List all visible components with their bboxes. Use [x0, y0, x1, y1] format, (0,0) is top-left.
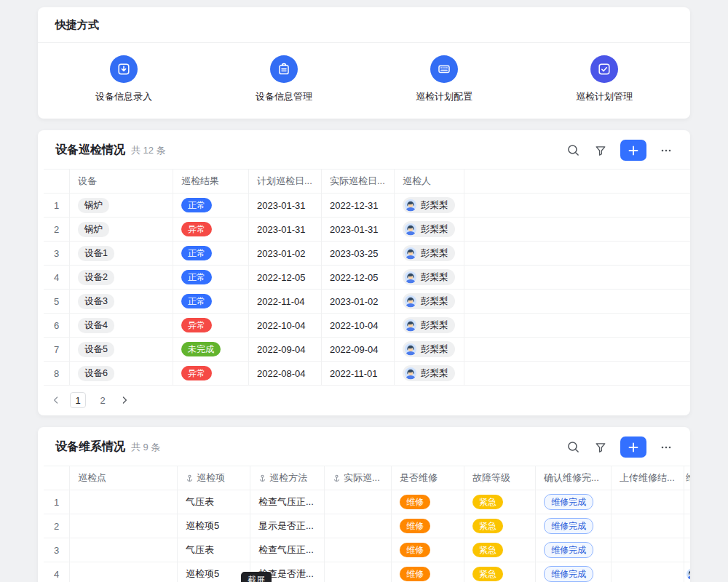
device-cell[interactable]: 锅炉 [70, 194, 173, 217]
result-cell[interactable]: 异常 [173, 314, 249, 337]
device-tag: 设备3 [78, 294, 114, 309]
confirm-cell[interactable]: 维修完成 [536, 538, 612, 562]
result-badge: 异常 [181, 318, 212, 332]
inspection-filter-icon[interactable] [591, 141, 610, 160]
result-cell[interactable]: 异常 [173, 362, 249, 385]
actual-cell[interactable] [325, 562, 392, 582]
result-cell[interactable]: 正常 [173, 242, 249, 265]
fault-level-cell[interactable]: 紧急 [464, 514, 536, 538]
maintainer-cell[interactable] [684, 538, 690, 562]
actual-date-cell[interactable]: 2022-10-04 [322, 314, 395, 337]
planned-date-cell[interactable]: 2022-11-04 [249, 290, 322, 313]
actual-cell[interactable] [325, 490, 392, 514]
actual-cell[interactable] [325, 514, 392, 538]
repair-cell[interactable]: 维修 [392, 514, 464, 538]
maintenance-more-icon[interactable] [657, 438, 676, 457]
point-cell[interactable] [70, 538, 178, 562]
method-cell[interactable]: 检查气压正... [250, 538, 325, 562]
column-header: 巡检点 [70, 466, 178, 490]
actual-date-cell[interactable]: 2022-11-01 [322, 362, 395, 385]
planned-date-cell[interactable]: 2023-01-31 [249, 194, 322, 217]
confirm-cell[interactable]: 维修完成 [536, 562, 612, 582]
device-cell[interactable]: 设备5 [70, 338, 173, 361]
page-button-1[interactable]: 1 [70, 392, 86, 408]
actual-cell[interactable] [325, 538, 392, 562]
device-cell[interactable]: 设备2 [70, 266, 173, 289]
maintainer-cell[interactable] [684, 490, 690, 514]
device-cell[interactable]: 设备6 [70, 362, 173, 385]
item-cell[interactable]: 气压表 [178, 490, 250, 514]
planned-date-cell[interactable]: 2022-09-04 [249, 338, 322, 361]
shortcut-inspection-plan-manage[interactable]: 巡检计划管理 [524, 55, 684, 103]
result-cell[interactable]: 未完成 [173, 338, 249, 361]
prev-page-button[interactable] [51, 395, 61, 405]
fault-level-cell[interactable]: 紧急 [464, 538, 536, 562]
inspector-cell[interactable]: 彭梨梨 [395, 218, 464, 241]
confirm-complete-button[interactable]: 维修完成 [544, 566, 593, 582]
repair-cell[interactable]: 维修 [392, 538, 464, 562]
upload-cell[interactable] [612, 562, 684, 582]
shortcut-device-info-manage[interactable]: 设备信息管理 [204, 55, 364, 103]
upload-cell[interactable] [612, 514, 684, 538]
confirm-complete-button[interactable]: 维修完成 [544, 542, 593, 558]
inspector-cell[interactable]: 彭梨梨 [395, 362, 464, 385]
shortcut-device-info-entry[interactable]: 设备信息录入 [44, 55, 204, 103]
device-cell[interactable]: 锅炉 [70, 218, 173, 241]
method-cell[interactable]: 检查气压正... [250, 490, 325, 514]
confirm-complete-button[interactable]: 维修完成 [544, 518, 593, 534]
fault-level-cell[interactable]: 紧急 [464, 490, 536, 514]
result-cell[interactable]: 异常 [173, 218, 249, 241]
result-cell[interactable]: 正常 [173, 266, 249, 289]
inspector-cell[interactable]: 彭梨梨 [395, 338, 464, 361]
device-cell[interactable]: 设备3 [70, 290, 173, 313]
inspector-cell[interactable]: 彭梨梨 [395, 194, 464, 217]
maintenance-search-icon[interactable] [563, 438, 582, 457]
actual-date-cell[interactable]: 2022-12-31 [322, 194, 395, 217]
fault-level-cell[interactable]: 紧急 [464, 562, 536, 582]
next-page-button[interactable] [119, 395, 130, 405]
planned-date-cell[interactable]: 2022-10-04 [249, 314, 322, 337]
result-cell[interactable]: 正常 [173, 290, 249, 313]
item-cell[interactable]: 气压表 [178, 538, 250, 562]
item-cell[interactable]: 巡检项5 [178, 562, 250, 582]
upload-cell[interactable] [612, 538, 684, 562]
inspection-more-icon[interactable] [657, 141, 676, 160]
result-cell[interactable]: 正常 [173, 194, 249, 217]
maintainer-cell[interactable] [684, 562, 690, 582]
maintenance-row: 2巡检项5显示是否正...维修紧急维修完成 [44, 514, 690, 538]
actual-date-cell[interactable]: 2022-12-05 [322, 266, 395, 289]
shortcut-inspection-plan-config[interactable]: 巡检计划配置 [364, 55, 524, 103]
confirm-cell[interactable]: 维修完成 [536, 514, 612, 538]
point-cell[interactable] [70, 562, 178, 582]
planned-date-cell[interactable]: 2023-01-31 [249, 218, 322, 241]
actual-date-cell[interactable]: 2022-09-04 [322, 338, 395, 361]
repair-cell[interactable]: 维修 [392, 490, 464, 514]
planned-date-cell[interactable]: 2023-01-02 [249, 242, 322, 265]
point-cell[interactable] [70, 514, 178, 538]
inspector-cell[interactable]: 彭梨梨 [395, 314, 464, 337]
maintenance-filter-icon[interactable] [591, 438, 610, 457]
row-number: 7 [44, 338, 70, 361]
planned-date-cell[interactable]: 2022-08-04 [249, 362, 322, 385]
inspector-cell[interactable]: 彭梨梨 [395, 242, 464, 265]
upload-cell[interactable] [612, 490, 684, 514]
actual-date-cell[interactable]: 2023-01-31 [322, 218, 395, 241]
inspection-search-icon[interactable] [563, 141, 582, 160]
maintainer-cell[interactable] [684, 514, 690, 538]
confirm-cell[interactable]: 维修完成 [536, 490, 612, 514]
inspection-add-record-button[interactable] [620, 140, 646, 161]
item-cell[interactable]: 巡检项5 [178, 514, 250, 538]
inspector-cell[interactable]: 彭梨梨 [395, 266, 464, 289]
repair-cell[interactable]: 维修 [392, 562, 464, 582]
maintenance-add-record-button[interactable] [620, 436, 646, 458]
device-cell[interactable]: 设备4 [70, 314, 173, 337]
inspector-cell[interactable]: 彭梨梨 [395, 290, 464, 313]
confirm-complete-button[interactable]: 维修完成 [544, 494, 593, 510]
method-cell[interactable]: 显示是否正... [250, 514, 325, 538]
actual-date-cell[interactable]: 2023-03-25 [322, 242, 395, 265]
actual-date-cell[interactable]: 2023-01-02 [322, 290, 395, 313]
point-cell[interactable] [70, 490, 178, 514]
page-button-2[interactable]: 2 [95, 392, 111, 408]
device-cell[interactable]: 设备1 [70, 242, 173, 265]
planned-date-cell[interactable]: 2022-12-05 [249, 266, 322, 289]
